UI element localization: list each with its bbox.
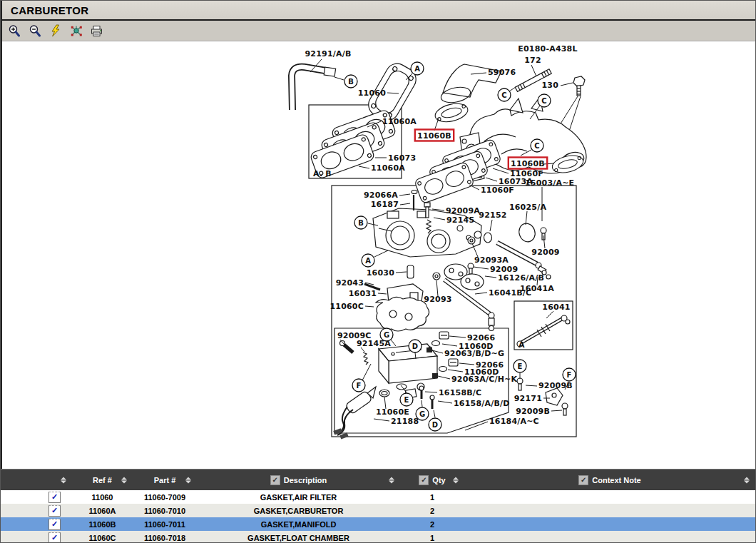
callout-letter-f: F — [567, 371, 572, 379]
row-cell-icon: ✓ — [1, 504, 72, 517]
callout-letter-b: B — [358, 219, 364, 227]
callout-letter-c: C — [501, 91, 506, 99]
part-label-16041: 16041 — [542, 303, 570, 312]
part-label-16184ac: 16184/A~C — [489, 417, 539, 426]
column-header-ref-: Ref # — [72, 470, 133, 490]
part-label-11060e: 11060E — [376, 407, 409, 417]
callout-letter-c: C — [541, 97, 546, 105]
callout-letter-e: E — [518, 362, 523, 370]
parts-diagram[interactable]: 92191/A/B11060E0180-A438L172590761301106… — [2, 41, 755, 469]
part-label-11060f: 11060F — [481, 186, 514, 195]
toolbar — [2, 21, 755, 41]
sort-arrows-icon[interactable] — [744, 477, 750, 483]
zoom-in-icon[interactable] — [7, 24, 21, 38]
table-row-11060c[interactable]: ✓11060C11060-7018GASKET,FLOAT CHAMBER1 — [1, 531, 755, 543]
sort-arrows-icon[interactable] — [121, 477, 127, 483]
row-cell-part-number: 11060-7018 — [133, 531, 197, 543]
row-cell-context-note — [464, 504, 755, 517]
part-label-92043: 92043 — [336, 278, 364, 288]
row-cell-icon: ✓ — [1, 490, 72, 504]
part-label-ab: A. B — [313, 169, 332, 178]
upper-pane: CARBURETOR — [1, 1, 755, 469]
row-cell-ref-number: 11060B — [72, 517, 133, 531]
part-label-21188: 21188 — [391, 417, 419, 426]
column-header-description: ✓Description — [197, 470, 400, 490]
sort-arrows-icon[interactable] — [61, 477, 66, 483]
column-header-qty: ✓Qty — [400, 470, 464, 490]
row-cell-quantity: 2 — [400, 517, 464, 531]
column-label: Part # — [154, 476, 176, 484]
callout-letter-d: D — [412, 342, 418, 350]
part-label-11060a: 11060A — [371, 163, 405, 173]
row-cell-description: GASKET,MANIFOLD — [197, 517, 400, 531]
zoom-out-icon[interactable] — [28, 24, 42, 38]
part-label-59076: 59076 — [488, 68, 516, 77]
part-label-92171: 92171 — [514, 394, 542, 403]
row-cell-description: GASKET,AIR FILTER — [197, 490, 400, 504]
column-checkbox[interactable]: ✓ — [270, 475, 280, 485]
part-label-92063achk: 92063A/C/H~K — [451, 375, 518, 384]
hotspots-icon[interactable] — [69, 24, 83, 38]
table-row-11060[interactable]: ✓1106011060-7009GASKET,AIR FILTER1 — [1, 490, 755, 504]
part-label-16073: 16073 — [388, 153, 416, 163]
part-label-11060b[interactable]: 11060B — [511, 159, 545, 168]
table-row-11060b[interactable]: ✓11060B11060-7011GASKET,MANIFOLD2 — [1, 517, 755, 531]
part-label-92093a: 92093A — [474, 255, 509, 265]
row-cell-description: GASKET,FLOAT CHAMBER — [197, 531, 400, 543]
column-label: Context Note — [592, 476, 640, 484]
row-cell-ref-number: 11060 — [72, 490, 133, 504]
part-label-11060b[interactable]: 11060B — [417, 131, 451, 141]
sort-arrows-icon[interactable] — [185, 477, 191, 483]
part-label-15003ae: 15003/A~E — [525, 178, 574, 188]
parts-catalog-page: CARBURETOR — [0, 0, 756, 543]
callout-letter-g: G — [384, 331, 389, 339]
edit-note-icon[interactable]: ✓ — [48, 532, 61, 543]
part-label-92145: 92145 — [446, 215, 474, 225]
column-checkbox[interactable]: ✓ — [419, 475, 429, 485]
callout-letter-a: A — [414, 65, 420, 73]
parts-table: Ref #Part #✓Description✓Qty✓Context Note… — [1, 469, 755, 542]
edit-note-icon[interactable]: ✓ — [48, 505, 61, 517]
part-label-16126ab: 16126/A/B — [498, 273, 544, 283]
page-title: CARBURETOR — [11, 4, 88, 16]
callout-letter-g: G — [419, 410, 425, 418]
table-body: ✓1106011060-7009GASKET,AIR FILTER1✓11060… — [1, 490, 755, 543]
part-label-11060: 11060 — [358, 88, 386, 98]
sort-arrows-icon[interactable] — [389, 477, 394, 483]
sort-arrows-icon[interactable] — [453, 477, 459, 483]
part-label-16041a: 16041A — [520, 284, 554, 293]
part-label-92191ab: 92191/A/B — [305, 49, 351, 59]
part-label-172: 172 — [524, 56, 541, 65]
flash-icon[interactable] — [48, 24, 63, 38]
part-label-92063bdg: 92063/B/D~G — [444, 349, 504, 358]
column-header-icon — [1, 470, 72, 490]
diagram-svg[interactable]: 92191/A/B11060E0180-A438L172590761301106… — [2, 41, 756, 469]
row-cell-icon: ✓ — [1, 517, 72, 531]
callout-letter-c: C — [534, 142, 539, 150]
callout-letter-b: B — [348, 78, 354, 86]
table-row-11060a[interactable]: ✓11060A11060-7010GASKET,CARBURETOR2 — [1, 504, 755, 517]
edit-note-icon[interactable]: ✓ — [48, 519, 61, 530]
title-bar: CARBURETOR — [2, 1, 755, 21]
column-checkbox[interactable]: ✓ — [578, 475, 588, 485]
row-cell-ref-number: 11060C — [72, 531, 133, 543]
column-header-part-: Part # — [133, 470, 197, 490]
row-cell-description: GASKET,CARBURETOR — [197, 504, 400, 517]
row-cell-quantity: 1 — [400, 531, 464, 543]
row-cell-context-note — [464, 517, 755, 531]
row-cell-ref-number: 11060A — [72, 504, 133, 517]
part-label-16031: 16031 — [349, 289, 377, 298]
row-cell-part-number: 11060-7010 — [133, 504, 197, 517]
edit-note-icon[interactable]: ✓ — [48, 492, 61, 503]
part-label-e0180a438l: E0180-A438L — [518, 44, 577, 54]
column-label: Ref # — [93, 476, 112, 484]
row-cell-quantity: 2 — [400, 504, 464, 517]
part-label-16158abd: 16158/A/B/D — [454, 399, 510, 408]
part-label-92009a: 92009A — [446, 206, 480, 215]
row-cell-icon: ✓ — [1, 531, 72, 543]
part-label-92009: 92009 — [531, 248, 559, 257]
callout-letter-a: A — [365, 257, 371, 265]
print-icon[interactable] — [90, 24, 104, 38]
row-cell-context-note — [464, 490, 755, 504]
column-label: Qty — [432, 476, 445, 484]
